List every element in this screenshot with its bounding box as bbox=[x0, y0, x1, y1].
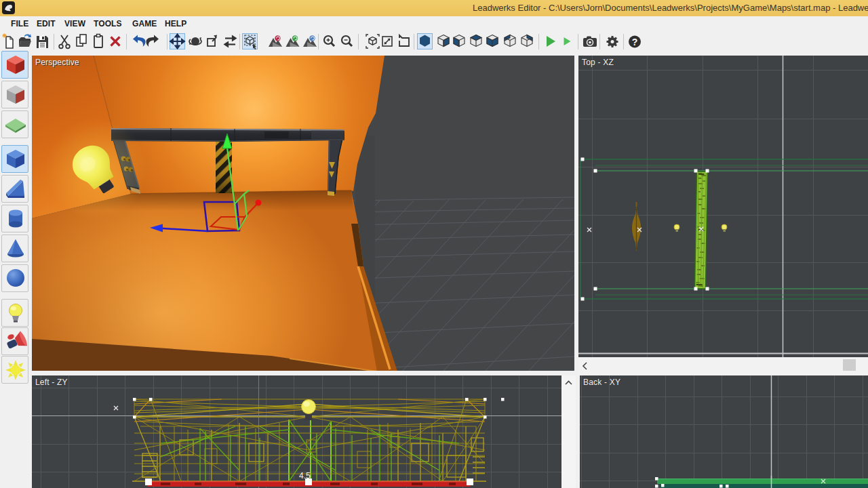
svg-text:4.5: 4.5 bbox=[299, 471, 311, 481]
svg-text:?: ? bbox=[632, 37, 638, 47]
